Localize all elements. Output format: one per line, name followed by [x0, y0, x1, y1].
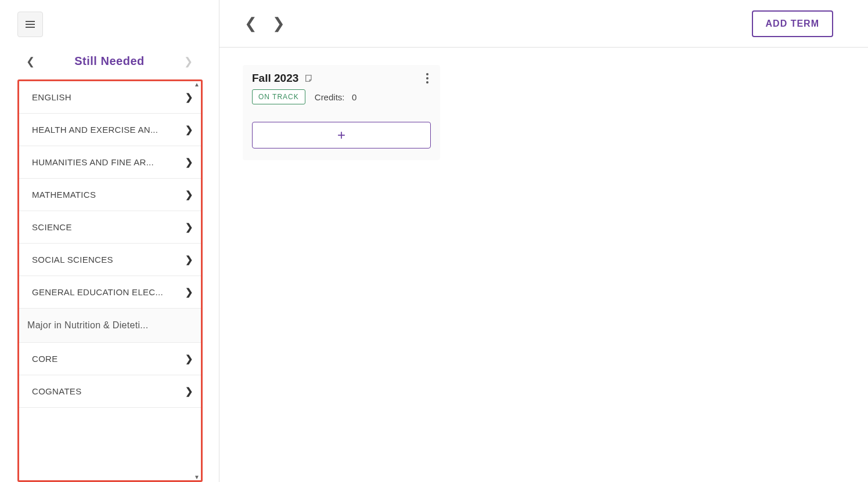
chevron-right-icon: ❯ [185, 254, 193, 265]
chevron-right-icon: ❯ [185, 353, 193, 364]
add-course-button[interactable]: + [252, 122, 431, 148]
hamburger-icon [26, 21, 35, 28]
category-label: GENERAL EDUCATION ELEC... [32, 287, 163, 297]
category-highlight-box: ▲ ENGLISH ❯ HEALTH AND EXERCISE AN... ❯ … [17, 79, 203, 482]
credits-label: Credits: [315, 92, 345, 102]
category-label: SOCIAL SCIENCES [32, 255, 113, 264]
category-label: ENGLISH [32, 92, 71, 102]
category-item-core[interactable]: CORE ❯ [19, 343, 201, 375]
chevron-right-icon: ❯ [185, 189, 193, 200]
category-label: Major in Nutrition & Dieteti... [27, 320, 148, 331]
category-item-cognates[interactable]: COGNATES ❯ [19, 375, 201, 408]
category-item-health[interactable]: HEALTH AND EXERCISE AN... ❯ [19, 114, 201, 146]
term-nav: ❮ ❯ [243, 15, 287, 32]
credits-text: Credits: 0 [315, 92, 357, 102]
add-term-button[interactable]: ADD TERM [752, 10, 833, 37]
prev-term-button[interactable]: ❮ [243, 15, 259, 32]
sidebar: ❮ Still Needed ❯ ▲ ENGLISH ❯ HEALTH AND … [0, 0, 219, 482]
category-list[interactable]: ENGLISH ❯ HEALTH AND EXERCISE AN... ❯ HU… [19, 81, 201, 480]
category-label: SCIENCE [32, 222, 72, 232]
credits-value: 0 [352, 92, 356, 102]
category-label: HUMANITIES AND FINE AR... [32, 157, 154, 167]
sidebar-header: ❮ Still Needed ❯ [0, 37, 219, 79]
main-header: ❮ ❯ ADD TERM [219, 0, 868, 48]
category-item-science[interactable]: SCIENCE ❯ [19, 211, 201, 244]
chevron-right-icon: ❯ [185, 287, 193, 298]
category-item-social-sciences[interactable]: SOCIAL SCIENCES ❯ [19, 244, 201, 276]
status-badge: ON TRACK [252, 89, 305, 104]
chevron-right-icon: ❯ [185, 222, 193, 233]
category-section-major[interactable]: Major in Nutrition & Dieteti... [19, 309, 201, 343]
next-term-button[interactable]: ❯ [271, 15, 287, 32]
term-header-row: Fall 2023 [252, 71, 431, 86]
category-label: COGNATES [32, 386, 81, 396]
chevron-right-icon: ❯ [185, 386, 193, 397]
term-title-group: Fall 2023 [252, 72, 314, 85]
sidebar-title: Still Needed [74, 55, 144, 68]
category-item-mathematics[interactable]: MATHEMATICS ❯ [19, 179, 201, 211]
category-label: HEALTH AND EXERCISE AN... [32, 125, 158, 135]
chevron-right-icon: ❯ [185, 124, 193, 135]
sidebar-prev-button[interactable]: ❮ [23, 55, 37, 68]
term-title: Fall 2023 [252, 72, 298, 85]
hamburger-menu-button[interactable] [17, 12, 43, 37]
term-meta-row: ON TRACK Credits: 0 [252, 89, 431, 104]
sidebar-next-button[interactable]: ❯ [182, 55, 196, 68]
chevron-right-icon: ❯ [185, 157, 193, 168]
main-content: ❮ ❯ ADD TERM Fall 2023 ON TRACK [219, 0, 868, 482]
category-label: CORE [32, 354, 58, 364]
term-area: Fall 2023 ON TRACK Credits: 0 [219, 48, 868, 177]
category-item-humanities[interactable]: HUMANITIES AND FINE AR... ❯ [19, 146, 201, 179]
category-item-gen-ed-electives[interactable]: GENERAL EDUCATION ELEC... ❯ [19, 276, 201, 309]
term-menu-button[interactable] [424, 71, 431, 86]
category-item-english[interactable]: ENGLISH ❯ [19, 81, 201, 114]
note-icon[interactable] [304, 74, 314, 83]
category-label: MATHEMATICS [32, 190, 96, 200]
chevron-right-icon: ❯ [185, 92, 193, 103]
term-card: Fall 2023 ON TRACK Credits: 0 [243, 65, 440, 160]
